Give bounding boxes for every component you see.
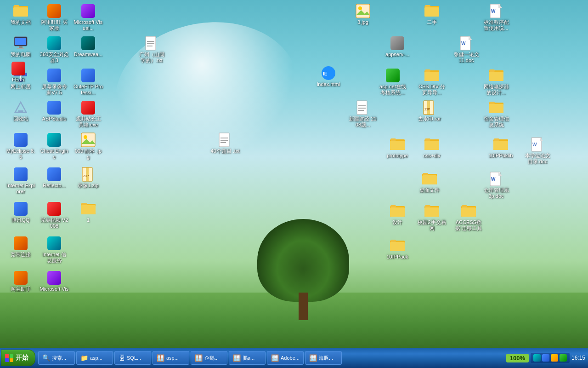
desktop-icon-ms-visual[interactable]: Microsoft Visual... (72, 2, 104, 33)
desktop-icon-ms-visual2[interactable]: Microsoft Visual (38, 269, 70, 299)
svg-rect-41 (146, 36, 156, 50)
desktop-icon-zhangjian[interactable]: W 张健一论文 11.doc (450, 34, 482, 65)
desktop-icon-aspnet[interactable]: asp.net在线 考核系统... (377, 67, 409, 97)
svg-rect-104 (423, 173, 428, 175)
taskbar-item-1[interactable]: 📁asp... (76, 351, 113, 365)
desktop-icon-lunwen[interactable]: W 本学位论文 目录.doc (521, 136, 554, 166)
desktop-icon-internet-svc[interactable]: Internet 信 息服务 (38, 235, 70, 265)
taskbar-item-5[interactable]: 🪟鹏a... (229, 351, 266, 365)
desktop-icon-tencent-qq[interactable]: 腾讯QQ (5, 200, 37, 224)
start-button[interactable]: 开始 (1, 350, 35, 366)
taskbar-item-0[interactable]: 🔍搜索... (38, 351, 75, 365)
desktop-icon-cssdiv-folder[interactable]: css+div (416, 136, 448, 160)
desktop-icon-access-tool[interactable]: ACCESS数据 迁移工具 (452, 202, 485, 233)
desktop-icon-wanglu-brow[interactable]: 网络嗅探器 的设计... (480, 67, 512, 97)
svg-rect-84 (489, 104, 503, 113)
desktop-icon-10ippbklib[interactable]: 10IPPbklib (485, 136, 517, 160)
svg-rect-8 (19, 46, 23, 48)
icon-image-zhangjian: W (459, 36, 474, 51)
desktop-icon-xiaoyuan[interactable]: 校园2手交易 网 (416, 202, 448, 233)
clock: 16:15 (571, 355, 585, 361)
icon-label-aspnet: asp.net在线 考核系统... (378, 84, 407, 96)
icon-image-screen-rec (47, 68, 62, 83)
svg-rect-69 (424, 72, 439, 81)
icon-label-index-html: index.html (314, 81, 343, 87)
desktop-icon-design[interactable]: 设计 (381, 202, 413, 227)
desktop-icon-watch-tool[interactable]: 观其站长工 具箱.exe (72, 99, 104, 129)
taskbar-item-icon-2: 🗄 (119, 354, 125, 362)
desktop-icon-reflecto[interactable]: Reflecto... (38, 166, 70, 190)
icon-image-erhand (424, 4, 439, 18)
icon-label-luying1: 录像1.zip (74, 183, 103, 189)
desktop-icon-3jpg[interactable]: 3.jpg (347, 2, 379, 27)
desktop-icon-folder-1[interactable]: 1 (72, 200, 104, 224)
taskbar-items: 🔍搜索...📁asp...🗄SQL...🪟asp...🪟企鹅...🪟鹏a...🪟… (35, 351, 503, 365)
desktop-icon-360-browser[interactable]: 360安全浏览 器3 (38, 34, 70, 65)
taskbar-item-label-1: asp... (90, 355, 102, 361)
desktop-icon-10ippback[interactable]: 10IPPack (381, 237, 413, 261)
desktop-icon-my-computer[interactable]: 我的电脑 (5, 34, 37, 59)
desktop-icon-taobao[interactable]: 淘宝助手 (5, 269, 37, 293)
icon-label-ms-visual: Microsoft Visual... (74, 19, 103, 31)
desktop-icon-susheguanli[interactable]: 宿舍管理信 息系统 (480, 99, 512, 129)
desktop-icon-cheat-engine[interactable]: Cheat Engine (38, 131, 70, 161)
svg-text:W: W (532, 142, 537, 147)
desktop-icon-wanmei[interactable]: 完美视频 V2008 (38, 200, 70, 230)
zoom-indicator: 100% (506, 354, 529, 362)
icon-image-lunwen: W (530, 137, 545, 152)
desktop-icon-my-docs[interactable]: 我的文档 (5, 2, 37, 27)
desktop-icon-qushuiyin[interactable]: ZIP 去水印.rar (413, 99, 446, 123)
desktop-icon-cangku[interactable]: W 仓库管理系 3p.doc (480, 170, 512, 201)
icon-label-access-tool: ACCESS数据 迁移工具 (454, 219, 483, 231)
desktop-icon-009-copy[interactable]: 009 副本 .jpg (72, 131, 104, 161)
desktop-icon-luying1[interactable]: ZIP 录像1.zip (72, 166, 104, 190)
taskbar-item-6[interactable]: 🪟Adobe... (267, 351, 304, 365)
icon-image-wanmei (47, 201, 62, 216)
desktop-icon-index-html[interactable]: IE index.html (312, 64, 345, 89)
desktop-icon-biaozhun[interactable]: W 标准程序配 置使用说... (480, 2, 512, 33)
svg-rect-21 (14, 133, 28, 147)
icon-image-guangzhou (144, 36, 159, 51)
svg-rect-31 (14, 202, 28, 216)
taskbar-item-icon-1: 📁 (80, 354, 88, 362)
icon-label-recycle: 回收站 (6, 116, 35, 122)
svg-point-24 (84, 135, 87, 139)
desktop-icon-prototype[interactable]: prototype (381, 136, 413, 160)
desktop-icon-myeclipse[interactable]: MyEclipse 8.5 (5, 131, 37, 161)
desktop-icon-broadband[interactable]: 宽带连接 (5, 235, 37, 259)
taskbar-item-4[interactable]: 🪟企鹅... (191, 351, 227, 365)
desktop-icon-dreamweaver[interactable]: Dreamwea... (72, 34, 104, 59)
desktop-icon-ie-explorer[interactable]: Internet Explorer (5, 166, 37, 196)
icon-label-cuteFTP: CuteFTP Professi... (74, 84, 103, 96)
taskbar-item-3[interactable]: 🪟asp... (153, 351, 189, 365)
desktop-icon-recycle[interactable]: 回收站 (5, 99, 37, 123)
icon-image-dreamweaver (81, 36, 96, 51)
svg-rect-52 (356, 4, 370, 18)
icon-label-my-computer: 我的电脑 (6, 52, 35, 58)
desktop-icon-appserv1[interactable]: appserv-... (381, 34, 413, 59)
icon-image-biaozhun: W (489, 4, 503, 18)
desktop-icon-screen-rec[interactable]: 屏幕录像专 家V7.5 (38, 67, 70, 97)
icon-label-40-questions: 40个题目 .txt (210, 148, 240, 154)
desktop-icon-guangzhou[interactable]: 广州（山同 学的）.txt (136, 34, 168, 65)
taskbar-item-7[interactable]: 🪟海豚... (305, 351, 342, 365)
icon-label-reflecto: Reflecto... (40, 183, 69, 189)
desktop-icon-fear[interactable]: FEaR (2, 60, 34, 84)
svg-rect-88 (390, 141, 405, 150)
desktop-icon-erhand[interactable]: 二手 (416, 2, 448, 27)
desktop-icon-cuteFTP[interactable]: CuteFTP Professi... (72, 67, 104, 97)
icon-image-css-div (424, 68, 439, 83)
desktop-icon-zhuomianwj[interactable]: 桌面文件 (413, 170, 446, 195)
desktop-icon-xinjiang[interactable]: 新疆财经 2008题... (347, 99, 379, 129)
desktop-icon-alibaba[interactable]: 阿里旺旺 买家版 (38, 2, 70, 33)
icon-label-screen-rec: 屏幕录像专 家V7.5 (40, 84, 69, 96)
icon-image-10ippback (390, 238, 405, 253)
taskbar-item-2[interactable]: 🗄SQL... (114, 351, 151, 365)
svg-rect-74 (489, 69, 495, 72)
desktop-icon-aspstudio[interactable]: ASPStudio (38, 99, 70, 123)
svg-rect-2 (13, 7, 28, 17)
desktop-icon-40-questions[interactable]: 40个题目 .txt (209, 131, 241, 155)
svg-rect-73 (489, 72, 503, 81)
desktop-icon-css-div[interactable]: CSS.DIV 分 页导导... (416, 67, 448, 97)
taskbar-item-icon-6: 🪟 (271, 354, 279, 362)
